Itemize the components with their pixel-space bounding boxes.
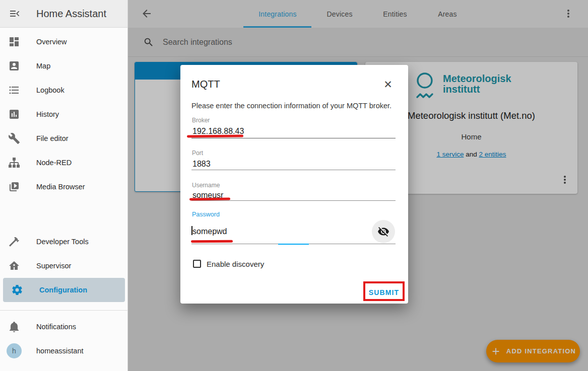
menu-open-icon[interactable] xyxy=(9,8,21,20)
sidebar-item-label: Overview xyxy=(36,38,67,46)
sidebar-item-node-red[interactable]: Node-RED xyxy=(0,151,128,175)
sidebar-item-notifications[interactable]: Notifications xyxy=(0,315,128,339)
password-focus-underline xyxy=(278,244,309,245)
sidebar-item-developer-tools[interactable]: Developer Tools xyxy=(0,230,128,254)
sidebar-item-label: Media Browser xyxy=(36,183,85,191)
text-cursor xyxy=(191,226,192,235)
sidebar-item-history[interactable]: History xyxy=(0,102,128,126)
broker-input[interactable] xyxy=(191,126,396,137)
home-assistant-icon xyxy=(8,260,20,272)
broker-field-label: Broker xyxy=(192,117,210,124)
sidebar: Home Assistant Overview Map Logbook Hist… xyxy=(0,0,128,371)
sidebar-item-configuration[interactable]: Configuration xyxy=(3,278,125,302)
sidebar-header: Home Assistant xyxy=(0,0,127,28)
sidebar-item-logbook[interactable]: Logbook xyxy=(0,78,128,102)
sidebar-item-map[interactable]: Map xyxy=(0,54,128,78)
wrench-icon xyxy=(8,132,20,144)
view-dashboard-icon xyxy=(8,36,20,48)
sidebar-item-label: homeassistant xyxy=(36,347,84,355)
bell-icon xyxy=(8,321,20,333)
sidebar-item-label: Developer Tools xyxy=(36,238,89,246)
sidebar-item-label: Map xyxy=(36,62,50,70)
sidebar-item-label: History xyxy=(36,110,59,118)
port-field-underline xyxy=(191,170,396,170)
password-field-label: Password xyxy=(192,211,220,218)
sidebar-item-media-browser[interactable]: Media Browser xyxy=(0,175,128,199)
sidebar-item-label: Node-RED xyxy=(36,159,72,167)
toggle-password-visibility-button[interactable] xyxy=(372,220,395,243)
sidebar-divider xyxy=(0,310,128,311)
sidebar-item-supervisor[interactable]: Supervisor xyxy=(0,254,128,278)
port-field-label: Port xyxy=(192,150,203,157)
broker-field-underline xyxy=(191,138,396,138)
play-box-icon xyxy=(8,181,20,193)
sidebar-item-label: Supervisor xyxy=(36,262,71,270)
sidebar-item-profile[interactable]: h homeassistant xyxy=(0,339,128,363)
close-icon[interactable]: ✕ xyxy=(382,79,394,91)
gear-icon xyxy=(11,284,23,296)
username-input[interactable] xyxy=(191,190,396,201)
app-title: Home Assistant xyxy=(36,8,106,20)
eye-off-icon xyxy=(377,226,389,238)
sidebar-item-label: File editor xyxy=(36,134,69,142)
list-bulleted-icon xyxy=(8,84,20,96)
username-field-underline xyxy=(191,200,396,201)
submit-button[interactable]: SUBMIT xyxy=(366,286,402,299)
enable-discovery-checkbox[interactable] xyxy=(193,260,201,268)
sidebar-item-label: Notifications xyxy=(36,323,76,331)
sitemap-icon xyxy=(8,157,20,169)
dialog-description: Please enter the connection information … xyxy=(191,102,398,110)
sidebar-item-label: Logbook xyxy=(36,86,64,94)
avatar: h xyxy=(7,343,22,358)
hammer-icon xyxy=(8,236,20,248)
mqtt-config-dialog: MQTT ✕ Please enter the connection infor… xyxy=(180,65,408,304)
account-badge-icon xyxy=(8,60,20,72)
sidebar-item-label: Configuration xyxy=(39,286,87,294)
password-input[interactable] xyxy=(191,226,396,237)
app-window: Home Assistant Overview Map Logbook Hist… xyxy=(0,0,588,371)
sidebar-item-overview[interactable]: Overview xyxy=(0,30,128,54)
username-field-label: Username xyxy=(192,182,220,189)
chart-box-icon xyxy=(8,108,20,120)
dialog-title: MQTT xyxy=(191,79,220,90)
sidebar-item-file-editor[interactable]: File editor xyxy=(0,126,128,151)
port-input[interactable] xyxy=(191,159,396,170)
enable-discovery-label: Enable discovery xyxy=(207,260,264,268)
